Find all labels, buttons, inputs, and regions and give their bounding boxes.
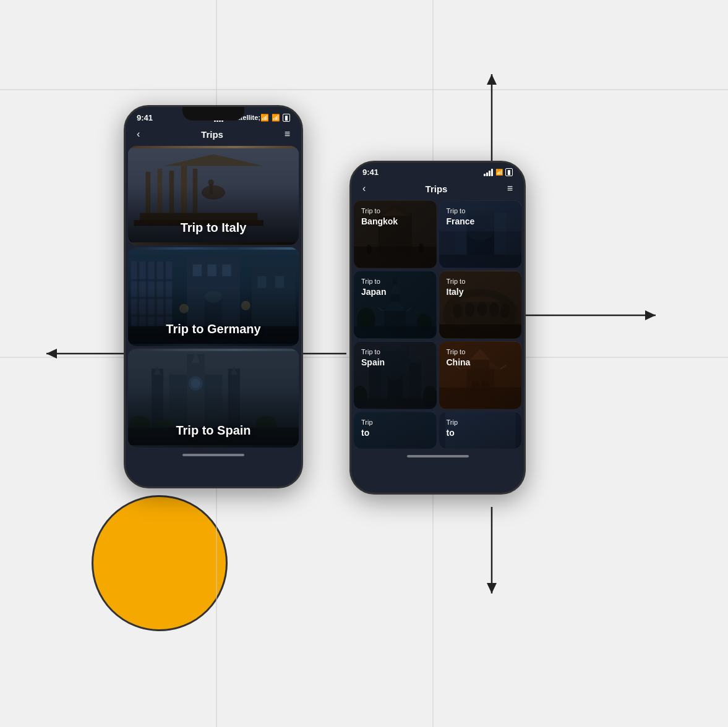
trip-label-italy-small: Trip to Italy [447,277,466,299]
trip-card-japan[interactable]: Trip to Japan [354,271,437,339]
trip-prefix-partial-1: Trip [361,418,373,427]
trip-dest-spain-small: Spain [361,357,385,369]
trip-card-italy-small[interactable]: Trip to Italy [439,271,522,339]
home-indicator-right [407,455,469,457]
trip-dest-france: France [447,216,475,228]
trip-prefix-spain-small: Trip to [361,347,385,357]
trip-prefix-china: Trip to [447,347,471,357]
nav-bar-left: ‹ Trips ≡ [126,125,301,143]
trip-prefix-japan: Trip to [361,277,386,286]
trip-label-france: Trip to France [447,206,475,228]
home-indicator-left [182,454,244,456]
svg-marker-7 [645,310,656,320]
trip-label-partial-2: Trip to [447,418,458,440]
trip-card-france[interactable]: Trip to France [439,200,522,268]
trip-label-bangkok: Trip to Bangkok [361,206,398,228]
nav-title-right: Trips [426,184,448,194]
trip-card-bangkok[interactable]: Trip to Bangkok [354,200,437,268]
trip-label-china: Trip to China [447,347,471,369]
svg-marker-5 [46,349,57,359]
trip-card-germany[interactable]: Trip to Germany [128,247,299,346]
trip-dest-china: China [447,357,471,369]
svg-marker-9 [487,74,497,85]
trip-card-china[interactable]: Trip to China [439,341,522,409]
trip-prefix-bangkok: Trip to [361,206,398,216]
trip-prefix-partial-2: Trip [447,418,458,427]
time-right: 9:41 [362,168,379,177]
wifi-icon: 📶 [272,114,280,122]
trip-dest-italy-small: Italy [447,286,466,299]
battery-icon: ▮ [283,114,290,122]
filter-icon-left[interactable]: ≡ [285,129,290,140]
trip-dest-bangkok: Bangkok [361,216,398,228]
battery-icon-right: ▮ [505,168,513,176]
back-button-left[interactable]: ‹ [137,129,140,140]
wifi-icon-right: 📶 [495,169,503,176]
trip-label-germany: Trip to Germany [166,322,260,336]
filter-icon-right[interactable]: ≡ [507,183,513,194]
trip-label-italy: Trip to Italy [181,221,247,235]
svg-marker-11 [487,583,497,593]
time-left: 9:41 [137,113,153,122]
trip-card-partial-2[interactable]: Trip to [439,412,522,449]
phone-left: 9:41 satellite;📶 📶 ▮ ‹ Trips ≡ [124,105,303,488]
trip-card-partial-1[interactable]: Trip to [354,412,437,449]
trips-list: Trip to Italy [126,143,301,450]
trip-label-partial-1: Trip to [361,418,373,440]
nav-bar-right: ‹ Trips ≡ [351,179,524,198]
phone-right: 9:41 📶 ▮ ‹ Trips ≡ [349,161,526,495]
trip-label-spain: Trip to Spain [176,423,251,438]
trip-label-spain-small: Trip to Spain [361,347,385,369]
trip-dest-partial-1: to [361,427,373,440]
trip-label-japan: Trip to Japan [361,277,386,299]
trip-prefix-italy-small: Trip to [447,277,466,286]
back-button-right[interactable]: ‹ [362,183,366,194]
status-bar-right: 9:41 📶 ▮ [351,163,524,179]
status-icons-right: 📶 ▮ [484,168,513,176]
trips-grid: Trip to Bangkok [351,198,524,451]
trip-dest-partial-2: to [447,427,458,440]
signal-icon-right [484,169,493,176]
trip-card-italy[interactable]: Trip to Italy [128,146,299,245]
trip-dest-japan: Japan [361,286,386,299]
nav-title-left: Trips [201,129,223,140]
notch [182,107,244,121]
trip-card-spain[interactable]: Trip to Spain [128,349,299,448]
trip-prefix-france: Trip to [447,206,475,216]
trip-card-spain-small[interactable]: Trip to Spain [354,341,437,409]
decorative-circle [92,495,228,631]
